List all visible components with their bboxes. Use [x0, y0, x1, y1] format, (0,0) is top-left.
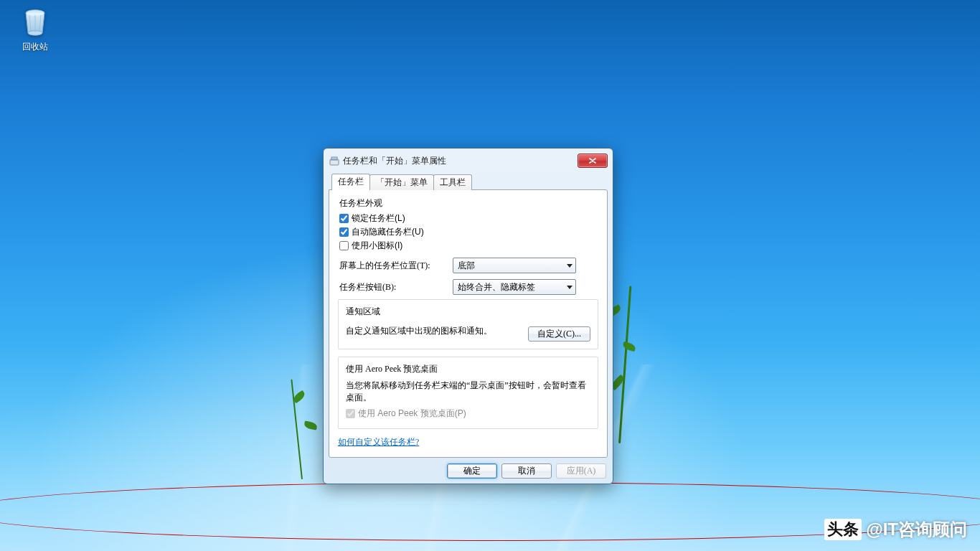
watermark-handle: @IT咨询顾问: [866, 518, 967, 541]
wallpaper-leaf: [622, 342, 636, 352]
checkbox-lock-taskbar-label: 锁定任务栏(L): [352, 212, 405, 225]
checkbox-aero-peek-label: 使用 Aero Peek 预览桌面(P): [358, 408, 466, 420]
checkbox-aero-peek: 使用 Aero Peek 预览桌面(P): [346, 408, 590, 420]
trash-icon: [19, 6, 51, 37]
checkbox-small-icons-label: 使用小图标(I): [352, 240, 402, 252]
checkbox-lock-taskbar[interactable]: 锁定任务栏(L): [339, 212, 597, 225]
aero-peek-desc: 当您将鼠标移动到任务栏末端的“显示桌面”按钮时，会暂时查看桌面。: [346, 380, 590, 405]
close-button[interactable]: [578, 154, 608, 168]
group-aero-peek: 使用 Aero Peek 预览桌面 当您将鼠标移动到任务栏末端的“显示桌面”按钮…: [338, 357, 598, 429]
recycle-bin-label: 回收站: [9, 41, 62, 53]
combo-taskbar-buttons-value: 始终合并、隐藏标签: [458, 281, 535, 293]
wallpaper-leaf: [292, 390, 306, 404]
tab-start-menu[interactable]: 「开始」菜单: [369, 174, 434, 190]
apply-button[interactable]: 应用(A): [556, 463, 606, 479]
group-appearance-legend: 任务栏外观: [339, 197, 597, 209]
combo-taskbar-position-value: 底部: [458, 260, 475, 272]
customize-button[interactable]: 自定义(C)...: [528, 326, 590, 342]
cancel-button[interactable]: 取消: [501, 463, 552, 479]
checkbox-small-icons[interactable]: 使用小图标(I): [339, 240, 597, 252]
notification-desc: 自定义通知区域中出现的图标和通知。: [346, 325, 492, 337]
tab-toolbars[interactable]: 工具栏: [433, 174, 472, 190]
dialog-title: 任务栏和「开始」菜单属性: [343, 155, 578, 167]
chevron-down-icon: [567, 286, 573, 289]
dialog-button-bar: 确定 取消 应用(A): [329, 463, 608, 479]
row-taskbar-buttons: 任务栏按钮(B): 始终合并、隐藏标签: [339, 279, 597, 295]
dialog-titlebar[interactable]: 任务栏和「开始」菜单属性: [329, 153, 608, 169]
close-icon: [589, 158, 596, 164]
svg-rect-4: [331, 157, 337, 159]
group-appearance: 任务栏外观 锁定任务栏(L) 自动隐藏任务栏(U) 使用小图标(I) 屏幕上的任…: [338, 197, 598, 299]
label-taskbar-position: 屏幕上的任务栏位置(T):: [339, 260, 453, 272]
checkbox-autohide-taskbar[interactable]: 自动隐藏任务栏(U): [339, 226, 597, 238]
combo-taskbar-position[interactable]: 底部: [453, 258, 576, 273]
recycle-bin-icon[interactable]: 回收站: [9, 6, 62, 53]
tab-strip: 任务栏 「开始」菜单 工具栏: [329, 173, 608, 189]
group-notification-legend: 通知区域: [346, 306, 590, 318]
watermark-prefix: 头条: [824, 519, 862, 540]
tab-content: 任务栏外观 锁定任务栏(L) 自动隐藏任务栏(U) 使用小图标(I) 屏幕上的任…: [329, 189, 608, 458]
checkbox-aero-peek-input: [346, 409, 355, 418]
ok-button[interactable]: 确定: [447, 463, 497, 479]
checkbox-lock-taskbar-input[interactable]: [339, 214, 349, 223]
checkbox-small-icons-input[interactable]: [339, 241, 349, 250]
desktop[interactable]: 回收站 任务栏和「开始」菜单属性 任务栏 「开始」菜单 工具栏 任务栏外观: [0, 0, 980, 551]
chevron-down-icon: [567, 264, 573, 268]
checkbox-autohide-taskbar-input[interactable]: [339, 227, 349, 237]
window-icon: [329, 155, 340, 166]
checkbox-autohide-taskbar-label: 自动隐藏任务栏(U): [352, 226, 424, 238]
tab-taskbar[interactable]: 任务栏: [331, 174, 370, 190]
wallpaper-leaf: [303, 421, 317, 430]
group-notification-area: 通知区域 自定义通知区域中出现的图标和通知。 自定义(C)...: [338, 299, 598, 349]
group-aero-peek-legend: 使用 Aero Peek 预览桌面: [346, 363, 590, 375]
taskbar-properties-dialog: 任务栏和「开始」菜单属性 任务栏 「开始」菜单 工具栏 任务栏外观 锁定任务栏(…: [323, 148, 613, 484]
label-taskbar-buttons: 任务栏按钮(B):: [339, 281, 453, 293]
help-link[interactable]: 如何自定义该任务栏?: [338, 437, 419, 447]
row-taskbar-position: 屏幕上的任务栏位置(T): 底部: [339, 258, 597, 273]
combo-taskbar-buttons[interactable]: 始终合并、隐藏标签: [453, 279, 576, 295]
watermark: 头条 @IT咨询顾问: [824, 518, 967, 541]
